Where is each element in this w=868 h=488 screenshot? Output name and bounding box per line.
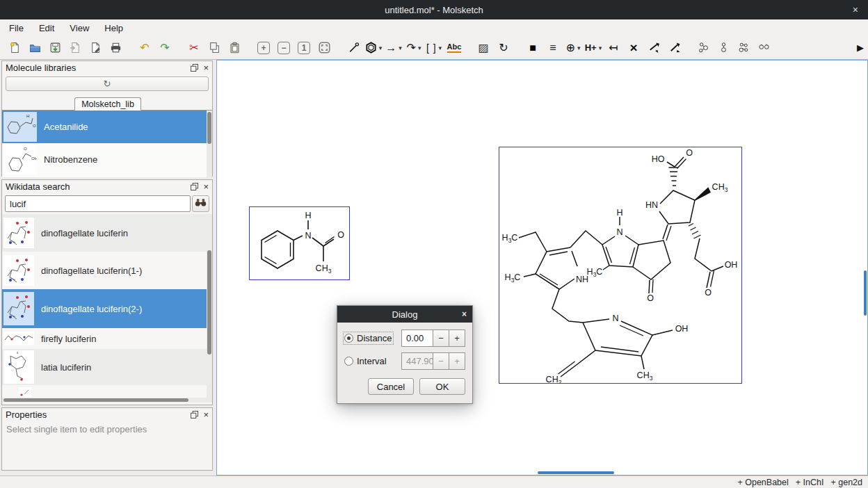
new-file-button[interactable] bbox=[6, 39, 24, 57]
delete-tool[interactable]: × bbox=[625, 39, 643, 57]
dropdown-arrow-icon[interactable]: ▾ bbox=[379, 44, 383, 51]
dropdown-arrow-icon[interactable]: ▾ bbox=[399, 44, 402, 51]
dropdown-arrow-icon[interactable]: ▾ bbox=[439, 44, 442, 51]
cancel-button[interactable]: Cancel bbox=[368, 378, 414, 395]
wikidata-search-button[interactable] bbox=[192, 195, 209, 212]
scrollbar-handle[interactable] bbox=[207, 112, 211, 144]
mechanism-arrow-tool[interactable]: ↷▾ bbox=[405, 39, 423, 57]
library-item-acetanilide[interactable]: HOAcetanilide bbox=[2, 111, 212, 143]
undo-button[interactable]: ↶ bbox=[136, 39, 154, 57]
menu-view[interactable]: View bbox=[62, 22, 97, 35]
rotate-tool[interactable]: ↻ bbox=[495, 39, 513, 57]
cut-button[interactable]: ✂ bbox=[185, 39, 203, 57]
status-gen2d[interactable]: + gen2d bbox=[830, 478, 862, 487]
interval-radio[interactable] bbox=[344, 357, 353, 366]
toolbar-expand-button[interactable]: ▶ bbox=[857, 42, 864, 53]
tab-molsketch-lib[interactable]: Molsketch_lib bbox=[74, 97, 141, 111]
wikidata-result-dinoflagellate-luciferin-2-[interactable]: dinoflagellate luciferin(2-) bbox=[2, 289, 212, 328]
molecule-chain-tool-2[interactable] bbox=[714, 39, 732, 57]
binoculars-icon bbox=[195, 198, 207, 209]
paste-button[interactable] bbox=[225, 39, 243, 57]
molecule-acetanilide[interactable]: H N O CH3 bbox=[249, 206, 350, 280]
wikidata-search-input[interactable] bbox=[5, 195, 191, 212]
menu-help[interactable]: Help bbox=[97, 22, 131, 35]
wikidata-result-dinoflagellate-luciferin[interactable]: dinoflagellate luciferin bbox=[2, 214, 212, 252]
zoom-original-button[interactable]: 1 bbox=[295, 39, 313, 57]
close-panel-icon[interactable]: × bbox=[203, 410, 209, 419]
atom-label: HO bbox=[652, 154, 665, 164]
scrollbar-handle[interactable] bbox=[207, 250, 211, 355]
libraries-panel-header: Molecule libraries × bbox=[2, 61, 212, 74]
redo-button[interactable]: ↷ bbox=[156, 39, 174, 57]
molecule-chain-tool-3[interactable] bbox=[734, 39, 753, 57]
float-panel-icon[interactable] bbox=[191, 183, 198, 190]
save-button[interactable] bbox=[46, 39, 64, 57]
scrollbar-handle[interactable] bbox=[3, 398, 188, 402]
drawing-canvas[interactable]: H N O CH3 bbox=[216, 60, 868, 475]
atom-label: H3C bbox=[587, 267, 603, 278]
selection-mode-button[interactable]: ▨ bbox=[474, 39, 492, 57]
ok-button[interactable]: OK bbox=[419, 378, 465, 395]
atom-label: N bbox=[612, 314, 618, 323]
text-tool[interactable]: Abc bbox=[445, 39, 463, 57]
status-inchi[interactable]: + InChI bbox=[796, 478, 824, 487]
close-panel-icon[interactable]: × bbox=[203, 182, 209, 191]
menu-edit[interactable]: Edit bbox=[31, 22, 62, 35]
molecule-luciferin[interactable]: HO O HN CH3 H N H3C H3C NH H3C O OH O N … bbox=[499, 147, 742, 384]
zoom-out-button[interactable]: − bbox=[275, 39, 293, 57]
reaction-arrow-tool[interactable]: →▾ bbox=[385, 39, 403, 57]
status-openbabel[interactable]: + OpenBabel bbox=[737, 478, 788, 487]
atom-label: CH3 bbox=[316, 263, 332, 275]
bracket-tool[interactable]: [ ]▾ bbox=[425, 39, 443, 57]
dropdown-arrow-icon[interactable]: ▾ bbox=[577, 44, 581, 51]
zoom-in-button[interactable]: + bbox=[255, 39, 273, 57]
distance-radio-label[interactable]: Distance bbox=[357, 333, 392, 343]
molecule-chain-tool-1[interactable] bbox=[694, 39, 712, 57]
attach-tool[interactable]: ↤ bbox=[604, 39, 622, 57]
canvas-vscrollbar-handle[interactable] bbox=[864, 270, 867, 316]
color-button[interactable]: ■ bbox=[524, 39, 542, 57]
library-refresh-button[interactable]: ↻ bbox=[6, 76, 209, 91]
hydrogen-tool[interactable]: H+▾ bbox=[584, 39, 602, 57]
interval-increment-button[interactable]: + bbox=[449, 352, 465, 370]
save-as-button[interactable] bbox=[66, 39, 84, 57]
distance-increment-button[interactable]: + bbox=[449, 330, 465, 347]
print-button[interactable] bbox=[106, 39, 124, 57]
distance-decrement-button[interactable]: − bbox=[433, 330, 449, 347]
dialog-close-button[interactable]: × bbox=[462, 309, 467, 319]
float-panel-icon[interactable] bbox=[191, 64, 198, 72]
zoom-fit-button[interactable] bbox=[315, 39, 333, 57]
wikidata-list-vscrollbar[interactable] bbox=[207, 214, 212, 402]
export-button[interactable] bbox=[86, 39, 104, 57]
interval-value-field[interactable]: 447.90 bbox=[401, 352, 433, 370]
float-panel-icon[interactable] bbox=[191, 411, 198, 418]
mechanism-tool-2[interactable] bbox=[665, 39, 683, 57]
refresh-icon: ↻ bbox=[104, 79, 111, 89]
charge-tool[interactable]: ⊕▾ bbox=[564, 39, 582, 57]
wikidata-result-dinoflagellate-luciferin-1-[interactable]: dinoflagellate luciferin(1-) bbox=[2, 252, 212, 289]
ring-tool[interactable]: ▾ bbox=[364, 39, 383, 57]
wikidata-result-firefly-luciferin[interactable]: firefly luciferin bbox=[2, 328, 212, 349]
distance-value-field[interactable]: 0.00 bbox=[401, 330, 433, 347]
mechanism-tool-1[interactable] bbox=[645, 39, 663, 57]
wikidata-result-partial[interactable] bbox=[2, 385, 212, 399]
draw-bond-tool[interactable] bbox=[344, 39, 362, 57]
distance-radio[interactable] bbox=[344, 334, 353, 343]
window-close-button[interactable]: × bbox=[850, 0, 861, 19]
menu-file[interactable]: File bbox=[1, 22, 31, 35]
molecule-chain-tool-4[interactable] bbox=[755, 39, 773, 57]
interval-radio-label[interactable]: Interval bbox=[357, 356, 387, 366]
interval-decrement-button[interactable]: − bbox=[433, 352, 449, 370]
wikidata-result-label: dinoflagellate luciferin(1-) bbox=[41, 266, 142, 276]
wikidata-result-latia-luciferin[interactable]: latia luciferin bbox=[2, 349, 212, 385]
copy-button[interactable] bbox=[205, 39, 223, 57]
open-file-button[interactable] bbox=[26, 39, 44, 57]
line-width-button[interactable]: ≡ bbox=[544, 39, 562, 57]
dropdown-arrow-icon[interactable]: ▾ bbox=[599, 44, 602, 51]
dropdown-arrow-icon[interactable]: ▾ bbox=[418, 44, 421, 51]
close-panel-icon[interactable]: × bbox=[203, 63, 209, 72]
library-item-nitrobenzene[interactable]: OOHNitrobenzene bbox=[2, 143, 212, 176]
wikidata-list-hscrollbar[interactable] bbox=[2, 398, 207, 402]
canvas-hscrollbar-handle[interactable] bbox=[538, 471, 614, 474]
library-list-scrollbar[interactable] bbox=[207, 111, 212, 177]
